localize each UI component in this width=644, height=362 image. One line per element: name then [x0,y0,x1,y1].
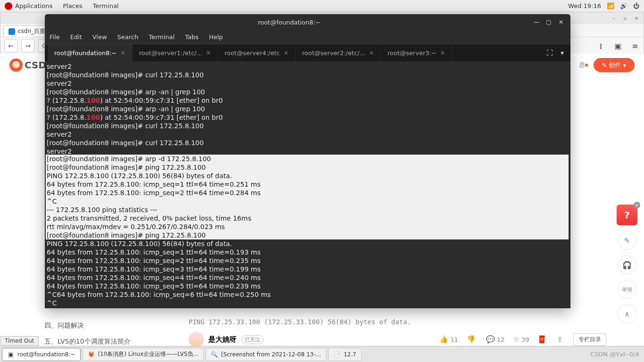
gift-icon: 🧧 [537,335,546,344]
clock[interactable]: Wed 19:16 [568,2,601,9]
avatar-icon[interactable] [189,332,204,347]
menu-terminal[interactable]: Terminal [149,33,174,41]
menu-file[interactable]: File [50,33,60,41]
close-icon[interactable]: × [206,49,211,56]
terminal-tab[interactable]: root@server2:/etc/...× [296,44,381,61]
menu-help[interactable]: Help [209,33,223,41]
taskbar: ▣root@foundation8:~🦊(10条消息) Linux企业运维——L… [0,346,644,362]
watermark: CSDN @YxI--0/4 [590,351,639,358]
notification-dot-icon [585,64,588,66]
terminal-output[interactable]: server2[root@foundation8 images]# curl 1… [45,61,570,308]
task-button[interactable]: 📄12.7 [328,348,362,361]
menu-edit[interactable]: Edit [70,33,82,41]
terminal-titlebar[interactable]: root@foundation8:~ — ▢ ✕ [45,14,570,30]
star-icon: ☆ [513,335,519,344]
sidebar-icon[interactable]: ▣ [613,41,623,50]
like-stat[interactable]: 👍11 [439,335,458,344]
menu-view[interactable]: View [92,33,107,41]
task-label: root@foundation8:~ [17,351,75,358]
tab-label: csdn_百度 [18,27,45,35]
app-icon: 📄 [333,351,341,358]
minimize-icon[interactable]: – [611,15,617,22]
toc-item[interactable]: 四、问题解决 [35,318,176,334]
menu-tabs[interactable]: Tabs [185,33,198,41]
promo-gift-icon[interactable]: × [617,205,637,225]
support-rail-button[interactable]: 🎧 [618,255,636,274]
favicon-icon [8,28,15,35]
applications-menu[interactable]: Applications [15,2,52,9]
terminal-menu[interactable]: Terminal [93,2,119,9]
report-rail-button[interactable]: 举报 [618,280,636,299]
task-button[interactable]: 🔍[Screenshot from 2021-12-08 13-... [206,348,326,361]
power-icon[interactable]: ⏻ [633,2,639,9]
selection-block: [root@foundation8 images]# arp -d 172.25… [46,155,569,239]
task-button[interactable]: 🦊(10条消息) Linux企业运维——LVS负... [83,348,204,361]
terminal-tab[interactable]: root@foundation8:~× [48,44,132,61]
gnome-top-bar: Applications Places Terminal Wed 19:16 📶… [0,0,644,12]
terminal-menubar: File Edit View Search Terminal Tabs Help [45,30,570,44]
forward-button[interactable]: → [21,39,34,52]
comment-stat[interactable]: 💬12 [486,335,505,344]
maximize-icon[interactable]: ▫ [622,15,628,22]
message-label[interactable]: 息 [579,61,585,69]
star-stat[interactable]: ☆39 [513,335,529,344]
task-label: 12.7 [344,351,356,358]
tab-label: root@server3:~ [388,49,437,57]
task-button[interactable]: ▣root@foundation8:~ [2,348,81,361]
tab-label: root@foundation8:~ [54,49,117,57]
create-button[interactable]: 创作▾ [594,58,635,72]
app-icon: 🦊 [88,351,95,358]
volume-icon[interactable]: 🔊 [620,2,627,9]
task-label: [Screenshot from 2021-12-08 13-... [221,351,321,358]
thumbsup-icon: 👍 [439,335,448,344]
csdn-logo[interactable]: CSDI [9,58,50,72]
right-rail: × ✎ 🎧 举报 ∧ [617,205,637,323]
close-icon[interactable]: × [284,49,289,56]
author-name[interactable]: 是大姚呀 [208,335,237,344]
broadcast-icon[interactable]: ⛶ [543,44,557,61]
scroll-top-button[interactable]: ∧ [618,304,636,323]
close-icon[interactable]: × [633,15,640,22]
follow-badge[interactable]: 已关注 [241,335,264,344]
places-menu[interactable]: Places [63,2,82,9]
task-label: (10条消息) Linux企业运维——LVS负... [98,350,198,358]
code-peek: PING 172.25.33.100 (172.25.33.100) 56(84… [189,318,606,326]
tab-label: root@server4:/etc [224,49,280,57]
back-button[interactable]: ← [4,39,17,52]
terminal-tab[interactable]: root@server4:/etc× [218,44,296,61]
share-icon: ⇪ [557,335,563,344]
tab-label: root@server2:/etc/... [302,49,365,57]
terminal-tab[interactable]: root@server3:~× [381,44,452,61]
chevron-down-icon[interactable]: ▾ [557,44,568,61]
edit-rail-button[interactable]: ✎ [618,231,636,250]
terminal-title: root@foundation8:~ [50,19,529,26]
maximize-icon[interactable]: ▢ [544,17,553,27]
status-timed-out: Timed Out [0,336,39,346]
close-icon[interactable]: × [121,49,125,56]
article-snippet: PING 172.25.33.100 (172.25.33.100) 56(84… [189,318,606,350]
tab-label: root@server1:/etc/... [139,49,202,57]
column-toc-button[interactable]: 专栏目录 [573,333,606,346]
monkey-icon [9,58,23,72]
menu-search[interactable]: Search [117,33,139,41]
comment-icon: 💬 [486,335,495,344]
reward-button[interactable]: 🧧 [537,335,548,344]
minimize-icon[interactable]: — [532,17,541,27]
close-icon[interactable]: × [634,202,640,208]
close-icon[interactable]: ✕ [556,17,566,27]
wifi-icon[interactable]: 📶 [607,2,614,9]
close-icon[interactable]: × [440,49,445,56]
app-icon: ▣ [7,351,15,358]
app-icon: 🔍 [211,351,218,358]
thumbsdown-icon: 👎 [467,335,476,344]
redhat-icon [5,2,12,10]
terminal-tab[interactable]: root@server1:/etc/...× [132,44,218,61]
dislike-stat[interactable]: 👎 [467,335,478,344]
terminal-tabstrip: root@foundation8:~×root@server1:/etc/...… [45,44,570,61]
close-icon[interactable]: × [369,49,374,56]
share-button[interactable]: ⇪ [557,335,565,344]
article-toc: 四、问题解决 五、LVS的10个调度算法简介 [35,318,176,350]
library-icon[interactable]: ⫿ [596,41,606,50]
hamburger-icon[interactable]: ≡ [630,41,640,50]
terminal-window: root@foundation8:~ — ▢ ✕ File Edit View … [45,14,570,308]
